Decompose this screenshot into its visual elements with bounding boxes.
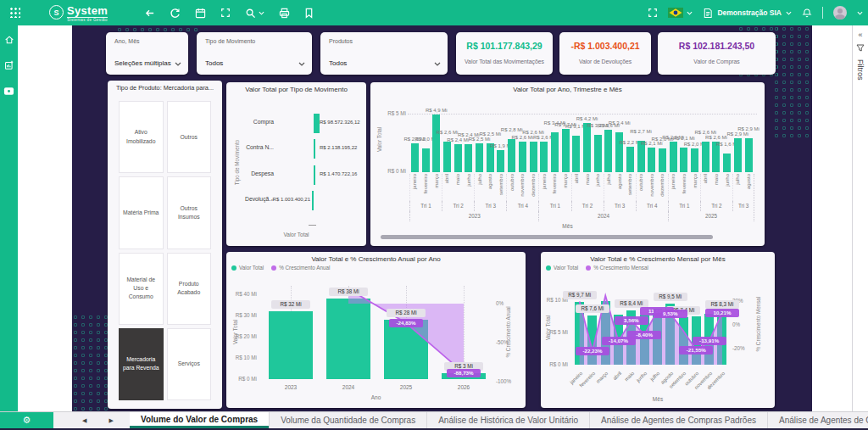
bar[interactable] [551,132,559,172]
bar[interactable] [702,142,709,172]
product-tile[interactable]: Ativo Imobilizado [119,101,164,173]
y-tick-label-right: -100% [496,378,511,384]
refresh-icon[interactable] [170,8,181,19]
bar[interactable] [312,191,314,210]
tab-scroll-right-icon[interactable]: ▶ [108,417,113,424]
bar[interactable] [604,130,612,172]
bar[interactable] [723,154,731,172]
settings-gear-icon[interactable]: ⚙ [0,412,53,428]
product-tile[interactable]: Mercadoria para Revenda [119,328,164,400]
notifications-bell-icon[interactable] [802,8,812,19]
bar[interactable] [572,136,580,172]
legend-dot-icon [546,265,551,271]
bar[interactable] [519,142,526,172]
x-axis-month-label: janeiro [670,174,676,199]
bar[interactable] [583,123,591,172]
bar[interactable] [540,142,548,172]
bar[interactable] [670,142,677,172]
expand-pane-icon[interactable]: « [853,31,868,39]
filter-tipo-movimento[interactable]: Tipo de MovimentoTodos [197,32,312,75]
apps-menu-icon[interactable] [5,0,25,25]
x-axis-month-label: fevereiro [551,174,558,199]
filters-pane-collapsed[interactable]: « Filtros [852,25,868,411]
bar[interactable] [648,148,655,172]
bar[interactable] [443,142,451,172]
chevron-down-icon [298,62,305,66]
right-gutter [812,25,853,411]
bar[interactable] [626,147,634,172]
bar[interactable] [465,144,472,172]
x-axis-quarter-label: Tri 1 [538,201,570,211]
product-tile[interactable]: Serviços [167,328,212,400]
filter-ano-mes[interactable]: Ano, MêsSeleções múltiplas [106,32,188,75]
bar[interactable] [454,144,462,172]
video-icon[interactable] [0,81,18,100]
y-tick-label-left: R$ 40 Mi [228,291,257,297]
bar[interactable] [508,139,515,172]
print-icon[interactable] [279,8,290,19]
bookmark-icon[interactable] [304,8,314,19]
bar[interactable] [314,165,315,185]
product-tile[interactable]: Matéria Prima [119,176,164,249]
bar[interactable] [734,138,742,172]
bar[interactable] [384,320,428,379]
bar[interactable] [594,135,602,172]
bar-value-label: R$ 32 Mi [271,300,310,309]
fullscreen-icon[interactable] [648,8,658,18]
tab-volume-do-valor-de-compras[interactable]: Volume do Valor de Compras [130,412,269,428]
x-axis-month-label: agosto [616,174,623,199]
tab-an-lise-de-agentes-de-compras-das-ordens-de-compras[interactable]: Análise de Agentes de Compras das Ordens… [767,412,868,428]
x-axis-month-label: junho [465,174,472,199]
bar[interactable] [691,148,698,172]
tab-an-lise-de-agentes-de-compras-padr-es[interactable]: Análise de Agentes de Compras Padrões [589,412,767,428]
bar[interactable] [562,129,570,172]
top-bar: S System Sistemas de Gestão Dem [0,0,868,25]
filter-produtos[interactable]: ProdutosTodos [320,32,448,75]
reports-icon[interactable] [0,56,18,75]
legend-item: Valor Total [546,265,578,271]
bar[interactable] [269,311,313,379]
x-axis-title: Mês [541,396,775,402]
app-logo[interactable]: S System Sistemas de Gestão [49,3,108,22]
bar[interactable] [497,150,504,172]
back-icon[interactable] [144,8,155,19]
product-tile[interactable]: Material de Uso e Consumo [119,253,164,325]
bar[interactable] [476,143,483,173]
product-tile[interactable]: Outros [167,101,212,173]
y-tick-label: R$ 0 Mi [374,168,406,174]
x-tick-label: 2023 [262,384,320,390]
tab-scroll-arrows: ◀ ▶ [53,412,130,428]
report-selector[interactable]: Demonstração SIA [703,8,792,19]
bar[interactable] [745,138,753,172]
bar[interactable] [680,148,687,172]
home-icon[interactable] [0,31,18,49]
x-axis-month-label: junho [724,174,731,199]
tab-volume-da-quantidade-de-compras[interactable]: Volume da Quantidade de Compras [269,412,426,428]
tab-an-lise-de-hist-rica-de-valor-unit-rio[interactable]: Análise de Histórica de Valor Unitário [426,412,589,428]
chevron-down-icon[interactable] [857,11,863,15]
chart-scrollbar[interactable] [381,235,713,239]
funnel-icon[interactable] [856,44,865,52]
user-avatar[interactable] [833,6,847,20]
bar[interactable] [530,142,537,172]
x-axis-month-label: maio [454,174,461,199]
bar[interactable] [587,316,597,365]
fullscreen-icon[interactable] [220,8,231,18]
tab-scroll-left-icon[interactable]: ◀ [82,417,86,424]
calendar-icon[interactable] [195,8,206,19]
chart-crescimento-mensal: Valor Total e % Crescimento Mensal por M… [541,252,775,408]
bar[interactable] [326,299,370,379]
bar[interactable] [422,148,430,172]
product-tile[interactable]: Outros Insumos [167,176,212,249]
language-selector[interactable] [668,8,693,18]
quarter-separator [732,174,733,201]
bar[interactable] [314,139,315,159]
product-tile[interactable]: Produto Acabado [167,253,212,325]
search-button[interactable] [245,8,264,19]
bar[interactable] [314,114,320,133]
bar[interactable] [411,143,419,173]
bar[interactable] [432,114,440,172]
bar[interactable] [615,132,623,172]
bar[interactable] [679,317,688,365]
bar[interactable] [659,148,666,172]
